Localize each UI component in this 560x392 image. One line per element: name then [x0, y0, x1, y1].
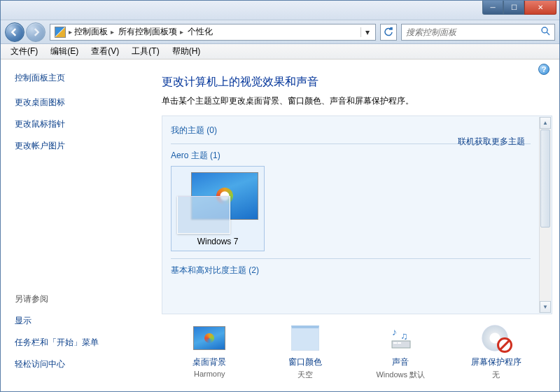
nav-buttons [5, 22, 46, 42]
themes-scroll[interactable]: 我的主题 (0) 联机获取更多主题 Aero 主题 (1) Windows 7 … [162, 116, 552, 314]
svg-rect-6 [398, 342, 401, 344]
window-controls: ─ ☐ ✕ [482, 1, 556, 15]
menu-file[interactable]: 文件(F) [5, 44, 43, 59]
menu-tools[interactable]: 工具(T) [126, 44, 164, 59]
none-icon [497, 337, 512, 353]
close-icon: ✕ [538, 4, 543, 11]
desktop-background-option[interactable]: 桌面背景 Harmony [167, 324, 251, 380]
page-subtitle: 单击某个主题立即更改桌面背景、窗口颜色、声音和屏幕保护程序。 [146, 95, 559, 115]
section-my-themes: 我的主题 (0) [171, 125, 531, 136]
screensaver-icon [480, 324, 512, 352]
svg-rect-4 [392, 341, 410, 348]
maximize-icon: ☐ [511, 4, 517, 11]
menu-edit[interactable]: 编辑(E) [45, 44, 84, 59]
get-more-themes-link[interactable]: 联机获取更多主题 [458, 136, 525, 148]
arrow-right-icon [31, 28, 40, 36]
theme-tile-windows7[interactable]: Windows 7 [171, 166, 265, 251]
sidebar-link-mouse-pointers[interactable]: 更改鼠标指针 [15, 118, 132, 130]
menubar: 文件(F) 编辑(E) 查看(V) 工具(T) 帮助(H) [1, 44, 559, 59]
refresh-button[interactable] [380, 24, 397, 41]
option-value: 无 [492, 370, 500, 380]
page-title: 更改计算机上的视觉效果和声音 [146, 59, 559, 95]
option-label: 窗口颜色 [288, 356, 322, 368]
svg-point-0 [542, 27, 547, 33]
breadcrumb[interactable]: ▸ 控制面板▸ 所有控制面板项▸ 个性化 ▾ [50, 24, 376, 41]
menu-view[interactable]: 查看(V) [85, 44, 125, 59]
menu-help[interactable]: 帮助(H) [167, 44, 206, 59]
breadcrumb-seg[interactable]: 所有控制面板项▸ [116, 26, 186, 38]
theme-thumbnail [174, 169, 261, 237]
arrow-left-icon [10, 28, 19, 36]
svg-text:♪: ♪ [392, 326, 397, 337]
search-icon[interactable] [540, 26, 550, 38]
breadcrumb-label: 所有控制面板项 [118, 26, 177, 38]
wallpaper-icon [193, 324, 225, 352]
body: 控制面板主页 更改桌面图标 更改鼠标指针 更改帐户图片 另请参阅 显示 任务栏和… [1, 59, 559, 392]
minimize-icon: ─ [490, 4, 495, 11]
breadcrumb-seg[interactable]: 控制面板▸ [72, 26, 116, 38]
breadcrumb-dropdown[interactable]: ▾ [360, 27, 374, 37]
option-value: 天空 [298, 370, 313, 380]
help-icon[interactable]: ? [538, 64, 550, 75]
window-preview-icon [177, 196, 230, 234]
refresh-icon [384, 27, 393, 37]
scroll-up-button[interactable]: ▲ [540, 117, 551, 129]
back-button[interactable] [5, 22, 24, 42]
chevron-right-icon: ▸ [111, 28, 114, 36]
sidebar: 控制面板主页 更改桌面图标 更改鼠标指针 更改帐户图片 另请参阅 显示 任务栏和… [1, 59, 146, 392]
maximize-button[interactable]: ☐ [503, 1, 524, 15]
option-value: Windows 默认 [376, 370, 425, 380]
section-basic-themes: 基本和高对比度主题 (2) [171, 265, 531, 276]
scrollbar[interactable]: ▲ ▼ [539, 117, 551, 313]
sound-icon: ♪♫ [384, 324, 416, 352]
window-color-icon [289, 324, 321, 352]
sidebar-link-account-picture[interactable]: 更改帐户图片 [15, 140, 132, 152]
theme-name: Windows 7 [174, 237, 261, 246]
see-also-taskbar[interactable]: 任务栏和「开始」菜单 [15, 337, 132, 349]
breadcrumb-label: 个性化 [188, 26, 213, 38]
option-label: 桌面背景 [192, 356, 226, 368]
screensaver-option[interactable]: 屏幕保护程序 无 [454, 324, 538, 380]
search-input[interactable] [406, 27, 540, 37]
chevron-right-icon: ▸ [180, 28, 183, 36]
scroll-down-button[interactable]: ▼ [540, 301, 551, 313]
titlebar: ─ ☐ ✕ [1, 1, 559, 20]
content: ? 更改计算机上的视觉效果和声音 单击某个主题立即更改桌面背景、窗口颜色、声音和… [146, 59, 559, 392]
window-color-option[interactable]: 窗口颜色 天空 [263, 324, 347, 380]
option-label: 屏幕保护程序 [471, 356, 522, 368]
see-also-display[interactable]: 显示 [15, 315, 132, 327]
scroll-thumb[interactable] [540, 130, 550, 227]
themes-panel: 我的主题 (0) 联机获取更多主题 Aero 主题 (1) Windows 7 … [162, 115, 552, 314]
section-aero-themes: Aero 主题 (1) [171, 150, 531, 162]
svg-text:♫: ♫ [400, 330, 408, 342]
see-also-ease-of-access[interactable]: 轻松访问中心 [15, 358, 132, 370]
see-also-heading: 另请参阅 [15, 293, 132, 305]
sidebar-link-desktop-icons[interactable]: 更改桌面图标 [15, 97, 132, 108]
breadcrumb-seg[interactable]: 个性化 [186, 26, 215, 38]
minimize-button[interactable]: ─ [482, 1, 503, 15]
address-bar: ▸ 控制面板▸ 所有控制面板项▸ 个性化 ▾ [1, 20, 559, 44]
option-value: Harmony [194, 370, 225, 378]
option-label: 声音 [392, 356, 409, 368]
svg-rect-5 [393, 342, 397, 344]
control-panel-icon [55, 27, 66, 38]
svg-line-1 [547, 32, 550, 35]
sounds-option[interactable]: ♪♫ 声音 Windows 默认 [358, 324, 442, 380]
forward-button[interactable] [26, 22, 46, 42]
breadcrumb-label: 控制面板 [74, 26, 108, 38]
control-panel-home-link[interactable]: 控制面板主页 [15, 72, 132, 84]
divider [171, 258, 531, 259]
search-box[interactable] [401, 24, 555, 41]
bottom-options: 桌面背景 Harmony 窗口颜色 天空 ♪♫ 声音 Windows 默认 屏幕… [146, 314, 559, 392]
close-button[interactable]: ✕ [524, 1, 556, 15]
